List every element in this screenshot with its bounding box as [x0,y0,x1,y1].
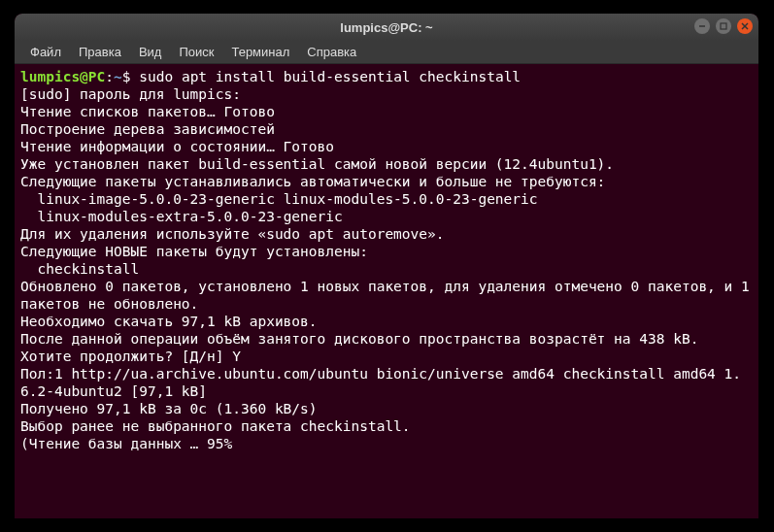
terminal-content[interactable]: lumpics@PC:~$ sudo apt install build-ess… [15,64,758,518]
minimize-icon [698,22,706,30]
window-controls [694,18,753,34]
output-line: После данной операции объём занятого дис… [20,331,698,347]
output-line: Пол:1 http://ua.archive.ubuntu.com/ubunt… [20,366,741,399]
output-line: Следующие НОВЫЕ пакеты будут установлены… [20,244,368,259]
menu-edit[interactable]: Правка [71,43,129,61]
minimize-button[interactable] [694,18,710,34]
output-line: Хотите продолжить? [Д/н] Y [20,349,241,364]
svg-rect-1 [721,23,726,29]
prompt-user-host: lumpics@PC [20,69,105,84]
output-line: checkinstall [20,261,139,277]
output-line: (Чтение базы данных … 95% [20,436,232,451]
titlebar[interactable]: lumpics@PC: ~ [15,14,758,41]
output-line: Необходимо скачать 97,1 kB архивов. [20,314,318,329]
menu-help[interactable]: Справка [299,43,364,61]
output-line: linux-modules-extra-5.0.0-23-generic [20,209,343,224]
output-line: Уже установлен пакет build-essential сам… [20,156,614,172]
output-line: Чтение информации о состоянии… Готово [20,139,334,154]
command-text: sudo apt install build-essential checkin… [139,69,521,84]
output-line: Для их удаления используйте «sudo apt au… [20,226,445,242]
output-line: Выбор ранее не выбранного пакета checkin… [20,418,411,434]
output-line: Получено 97,1 kB за 0с (1.360 kB/s) [20,401,318,416]
close-button[interactable] [737,18,753,34]
prompt-sep1: : [105,69,114,84]
output-line: [sudo] пароль для lumpics: [20,86,241,102]
menu-view[interactable]: Вид [131,43,170,61]
maximize-button[interactable] [716,18,731,34]
window-title: lumpics@PC: ~ [340,20,432,35]
menu-file[interactable]: Файл [22,43,69,61]
output-line: Обновлено 0 пакетов, установлено 1 новых… [20,279,758,312]
output-line: Следующие пакеты устанавливались автомат… [20,174,605,189]
output-line: Построение дерева зависимостей [20,121,275,137]
prompt-sep2: $ [122,69,139,84]
menu-search[interactable]: Поиск [171,43,221,61]
terminal-window: lumpics@PC: ~ Файл Правка Вид Поиск Терм… [15,14,758,518]
output-line: Чтение списков пакетов… Готово [20,104,275,119]
close-icon [741,22,749,30]
maximize-icon [720,22,727,30]
prompt-path: ~ [114,69,122,84]
output-line: linux-image-5.0.0-23-generic linux-modul… [20,191,538,207]
menu-terminal[interactable]: Терминал [223,43,297,61]
menubar: Файл Правка Вид Поиск Терминал Справка [15,41,758,64]
